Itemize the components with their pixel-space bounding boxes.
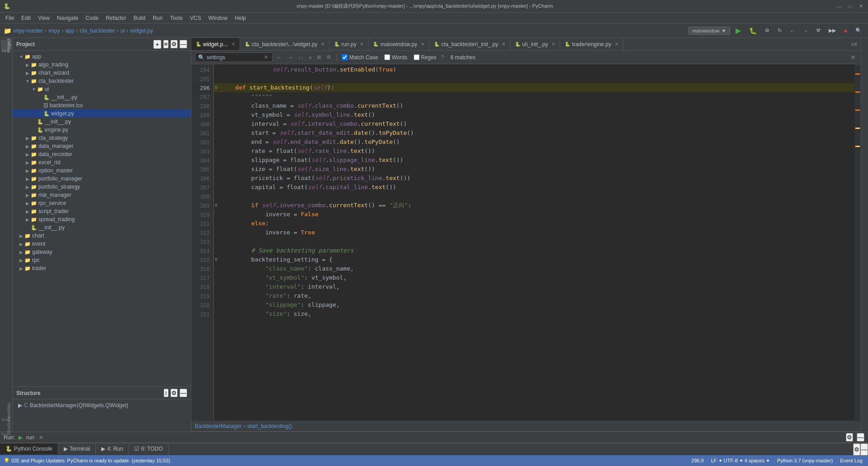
words-option[interactable]: Words	[384, 54, 407, 61]
tab-engine[interactable]: 🐍 trader\engine.py ✕	[560, 38, 623, 51]
run-close-icon[interactable]: ✕	[39, 434, 43, 441]
breadcrumb-file[interactable]: widget.py	[130, 28, 153, 34]
tab-python-console[interactable]: 🐍 Python Console	[0, 443, 58, 454]
maximize-btn[interactable]: □	[846, 3, 854, 10]
structure-filter-btn[interactable]: ⚙	[170, 389, 178, 397]
tree-item-cta-strategy[interactable]: ▶ 📁 cta_strategy	[13, 134, 191, 142]
tabs-overflow[interactable]: ≡4	[847, 41, 861, 48]
tree-item-data-recorder[interactable]: ▶ 📁 data_recorder	[13, 150, 191, 158]
tab-close-cta[interactable]: ✕	[321, 42, 325, 47]
tab-cta-init[interactable]: 🐍 cta_backtester\_init_.py ✕	[429, 38, 510, 51]
tree-item-chart-wizard[interactable]: ▶ 📁 chart_wizard	[13, 69, 191, 77]
tree-item-portfolio-manager[interactable]: ▶ 📁 portfolio_manager	[13, 175, 191, 183]
tree-item-option-master[interactable]: ▶ 📁 option_master	[13, 166, 191, 175]
tab-close-run[interactable]: ✕	[360, 42, 363, 47]
tab-close-engine[interactable]: ✕	[615, 42, 618, 47]
tree-item-gateway[interactable]: ▶ 📁 gateway	[13, 248, 191, 256]
search-filter-btn[interactable]: ⊞	[316, 54, 322, 61]
ide-update-message[interactable]: 💡 IDE and Plugin Updates: PyCharm is rea…	[4, 458, 170, 464]
tab-widget-active[interactable]: 🐍 widget.p... ✕	[191, 38, 240, 51]
menu-item-help[interactable]: Help	[231, 14, 250, 22]
tree-item-backtester-ico[interactable]: ▷ 🖼 backtester.ico	[13, 101, 191, 109]
structure-close-btn[interactable]: —	[179, 389, 187, 397]
match-case-checkbox[interactable]	[342, 54, 348, 60]
tree-item-chart[interactable]: ▶ 📁 chart	[13, 232, 191, 240]
tree-item-trader[interactable]: ▶ 📁 trader	[13, 264, 191, 272]
search-multiline-btn[interactable]: ≡	[307, 54, 313, 61]
breadcrumb-ui[interactable]: ui	[120, 28, 124, 34]
help-icon[interactable]: ?	[441, 54, 444, 61]
menu-item-file[interactable]: File	[2, 14, 18, 22]
tree-item-event[interactable]: ▶ 📁 event	[13, 240, 191, 248]
tree-item-init-app[interactable]: ▷ 🐍 __init__.py	[13, 223, 191, 232]
tree-item-algo-trading[interactable]: ▶ 📁 algo_trading	[13, 61, 191, 69]
tab-close-main[interactable]: ✕	[421, 42, 425, 47]
menu-item-refactor[interactable]: Refactor	[102, 14, 130, 22]
sidebar-project-icon[interactable]: 1: Project	[1, 40, 12, 51]
breadcrumb-nav-method[interactable]: start_backtesting()	[247, 423, 292, 429]
run-config-selector[interactable]: mainwindow ▼	[688, 27, 730, 35]
menu-item-edit[interactable]: Edit	[18, 14, 34, 22]
regex-checkbox[interactable]	[414, 54, 420, 60]
add-project-btn[interactable]: +	[153, 40, 161, 49]
tree-item-excel-rtd[interactable]: ▶ 📁 excel_rtd	[13, 158, 191, 166]
search-input-wrap[interactable]: 🔍 ✕	[195, 52, 273, 62]
tab-run-4[interactable]: ▶ 4: Run	[96, 443, 129, 454]
tree-item-ui[interactable]: ▼ 📁 ui	[13, 85, 191, 93]
menu-item-code[interactable]: Code	[82, 14, 102, 22]
run-hide-btn[interactable]: —	[857, 433, 864, 442]
tree-item-app[interactable]: ▼ 📁 app	[13, 52, 191, 61]
more-button[interactable]: ▶▶	[826, 26, 839, 35]
breadcrumb-nav-manager[interactable]: BacktesterManager	[195, 423, 242, 429]
search-everywhere[interactable]: 🔍	[853, 26, 864, 35]
structure-sort-btn[interactable]: ↕	[164, 389, 169, 397]
encoding-info[interactable]: LF ✦ UTF-8 ✦ 4 spaces ✦	[711, 458, 770, 464]
hide-panel-btn[interactable]: —	[179, 40, 187, 48]
tree-item-widget[interactable]: ▷ 🐍 widget.py	[13, 109, 191, 118]
stop-button[interactable]: ■	[841, 27, 850, 35]
python-version[interactable]: Python 3.7 (vnpy-master)	[777, 458, 833, 463]
search-settings-btn[interactable]: ⚙	[325, 54, 332, 61]
tree-item-portfolio-strategy[interactable]: ▶ 📁 portfolio_strategy	[13, 183, 191, 191]
search-clear-btn[interactable]: ✕	[263, 54, 269, 61]
tree-item-rpc[interactable]: ▶ 📁 rpc	[13, 256, 191, 264]
words-checkbox[interactable]	[384, 54, 390, 60]
breadcrumb-app[interactable]: app	[65, 28, 74, 34]
tab-close-cta-init[interactable]: ✕	[502, 42, 505, 47]
tab-run[interactable]: 🐍 run.py ✕	[330, 38, 368, 51]
search-input[interactable]	[207, 54, 261, 61]
bottom-settings-btn[interactable]: ⚙	[853, 443, 860, 456]
tab-mainwindow[interactable]: 🐍 mainwindow.py ✕	[368, 38, 429, 51]
settings-project-btn[interactable]: ⚙	[170, 40, 178, 48]
tree-item-script-trader[interactable]: ▶ 📁 script_trader	[13, 207, 191, 215]
debug-button[interactable]: 🐛	[746, 26, 760, 36]
settings-button[interactable]: ⚙	[762, 26, 772, 35]
tree-item-spread-trading[interactable]: ▶ 📁 spread_trading	[13, 215, 191, 223]
tree-item-risk-manager[interactable]: ▶ 📁 risk_manager	[13, 191, 191, 199]
menu-item-build[interactable]: Build	[130, 14, 149, 22]
close-btn[interactable]: ✕	[857, 3, 864, 10]
run-settings-btn[interactable]: ⚙	[846, 433, 853, 442]
tab-ui-init[interactable]: 🐍 ui\_init_.py ✕	[510, 38, 560, 51]
tree-item-rpc-service[interactable]: ▶ 📁 rpc_service	[13, 199, 191, 207]
update-button[interactable]: ↻	[775, 26, 784, 35]
tree-item-data-manager[interactable]: ▶ 📁 data_manager	[13, 142, 191, 150]
tree-item-engine[interactable]: ▷ 🐍 engine.py	[13, 126, 191, 134]
regex-option[interactable]: Regex	[414, 54, 437, 61]
structure-item[interactable]: ▶ C BacktesterManager(QtWidgets.QWidget)	[16, 401, 187, 409]
search-back-btn[interactable]: ←	[275, 53, 283, 62]
forward-button[interactable]: →	[800, 27, 811, 35]
menu-item-window[interactable]: Window	[205, 14, 231, 22]
bottom-hide-btn[interactable]: —	[860, 443, 868, 456]
search-match-words-btn[interactable]: ↑↓	[297, 54, 305, 61]
run-button[interactable]: ▶	[733, 25, 744, 36]
tab-todo-6[interactable]: ☑ 6: TODO	[129, 443, 169, 454]
menu-item-view[interactable]: View	[34, 14, 53, 22]
menu-item-vcs[interactable]: VCS	[186, 14, 205, 22]
sidebar-structure-icon[interactable]: 7: Structure	[1, 421, 12, 432]
search-close-btn[interactable]: ✕	[849, 53, 857, 62]
build-button[interactable]: ⚒	[813, 26, 823, 35]
event-log[interactable]: Event Log	[840, 458, 863, 463]
collapse-all-btn[interactable]: ≡	[163, 40, 169, 48]
menu-item-run[interactable]: Run	[149, 14, 166, 22]
